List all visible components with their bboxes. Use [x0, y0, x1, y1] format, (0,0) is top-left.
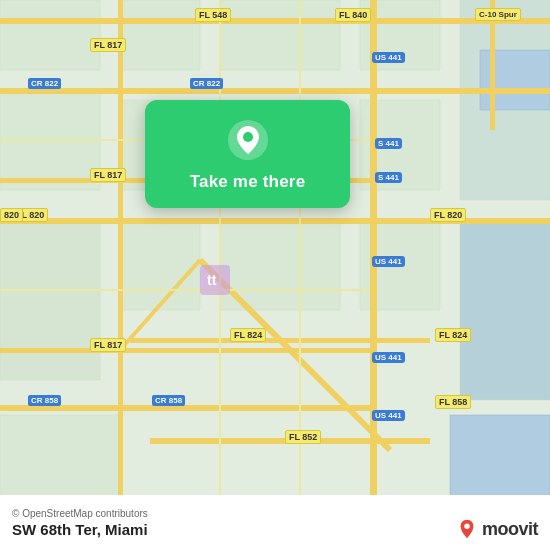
- road-label-us441-6: US 441: [372, 410, 405, 421]
- location-pin-icon: [226, 118, 270, 162]
- road-label-cr858-m: CR 858: [152, 395, 185, 406]
- moovit-icon: [456, 518, 478, 540]
- road-label-c10spur: C-10 Spur: [475, 8, 521, 21]
- road-label-fl824-r: FL 824: [435, 328, 471, 342]
- popup-card[interactable]: Take me there: [145, 100, 350, 208]
- road-label-us441-3: S 441: [375, 172, 402, 183]
- road-label-us441-4: US 441: [372, 256, 405, 267]
- road-label-fl817-mid: FL 817: [90, 168, 126, 182]
- osm-attribution: © OpenStreetMap contributors: [12, 508, 538, 519]
- road-label-fl840: FL 840: [335, 8, 371, 22]
- road-label-fl858: FL 858: [435, 395, 471, 409]
- road-label-820: 820: [0, 208, 23, 222]
- road-label-cr822-l: CR 822: [28, 78, 61, 89]
- svg-point-38: [243, 132, 253, 142]
- road-label-cr858-l: CR 858: [28, 395, 61, 406]
- road-label-fl817-top: FL 817: [90, 38, 126, 52]
- road-label-us441-1: US 441: [372, 52, 405, 63]
- take-me-there-label: Take me there: [190, 172, 306, 192]
- road-label-fl824: FL 824: [230, 328, 266, 342]
- road-label-fl820-r: FL 820: [430, 208, 466, 222]
- svg-point-39: [464, 524, 470, 530]
- road-label-us441-5: US 441: [372, 352, 405, 363]
- map-container: tt FL 817 FL 817 FL 817 FL 820 FL 820 FL…: [0, 0, 550, 550]
- moovit-text: moovit: [482, 519, 538, 540]
- road-label-fl817-bot: FL 817: [90, 338, 126, 352]
- road-label-fl548: FL 548: [195, 8, 231, 22]
- road-label-fl852: FL 852: [285, 430, 321, 444]
- road-label-cr822-m: CR 822: [190, 78, 223, 89]
- moovit-logo: moovit: [456, 518, 538, 540]
- road-label-us441-2: S 441: [375, 138, 402, 149]
